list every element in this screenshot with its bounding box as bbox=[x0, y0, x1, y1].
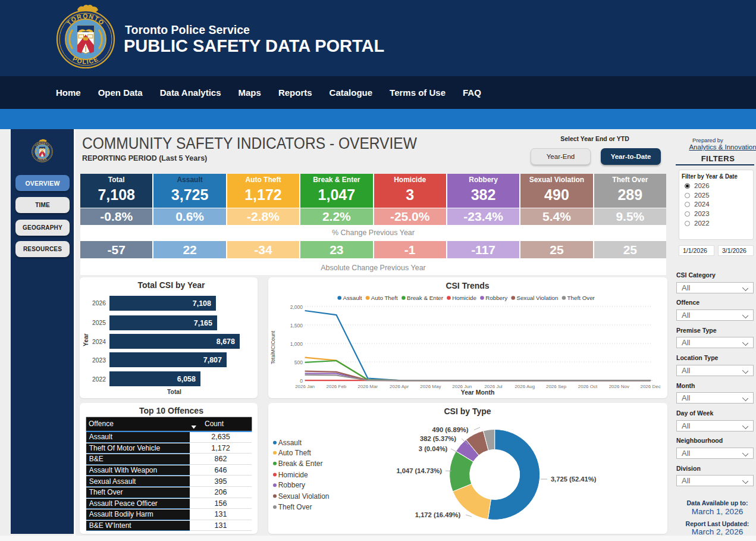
svg-text:2023: 2023 bbox=[92, 357, 106, 364]
svg-text:2026 Jan: 2026 Jan bbox=[295, 384, 315, 389]
svg-text:2026 Apr: 2026 Apr bbox=[390, 384, 409, 389]
svg-text:Offence: Offence bbox=[89, 420, 114, 428]
svg-text:2025: 2025 bbox=[92, 320, 106, 326]
svg-text:Count: Count bbox=[205, 420, 224, 428]
svg-text:2026 Mar: 2026 Mar bbox=[357, 384, 378, 389]
svg-text:7,108: 7,108 bbox=[193, 299, 211, 308]
svg-text:Break & Enter: Break & Enter bbox=[278, 459, 323, 468]
svg-text:7,807: 7,807 bbox=[203, 356, 222, 364]
svg-text:CSI Trends: CSI Trends bbox=[446, 281, 489, 290]
svg-text:Robbery: Robbery bbox=[485, 295, 507, 301]
svg-text:2026 Aug: 2026 Aug bbox=[515, 384, 535, 389]
svg-text:2026 Dec: 2026 Dec bbox=[640, 384, 660, 389]
svg-text:Sexual Violation: Sexual Violation bbox=[516, 295, 558, 301]
svg-text:2026: 2026 bbox=[92, 300, 106, 307]
svg-text:Auto Theft: Auto Theft bbox=[278, 449, 312, 457]
svg-text:Assault: Assault bbox=[343, 295, 362, 301]
svg-text:Theft Over: Theft Over bbox=[278, 503, 312, 511]
svg-text:1,047 (14.73%): 1,047 (14.73%) bbox=[396, 467, 442, 474]
svg-text:Robbery: Robbery bbox=[278, 481, 305, 489]
svg-text:Auto Theft: Auto Theft bbox=[371, 295, 398, 301]
svg-text:Total: Total bbox=[167, 389, 181, 395]
svg-text:500: 500 bbox=[294, 359, 303, 365]
svg-text:6,058: 6,058 bbox=[177, 375, 196, 383]
svg-text:Year Month: Year Month bbox=[461, 389, 495, 396]
svg-text:2024: 2024 bbox=[92, 339, 106, 345]
svg-text:2022: 2022 bbox=[92, 376, 106, 383]
svg-text:490 (6.89%): 490 (6.89%) bbox=[432, 426, 469, 433]
svg-text:TotalMCICount: TotalMCICount bbox=[270, 330, 276, 364]
svg-text:Homicide: Homicide bbox=[278, 471, 308, 479]
svg-text:0: 0 bbox=[300, 378, 303, 384]
svg-text:382 (5.37%): 382 (5.37%) bbox=[420, 435, 456, 442]
svg-text:Top 10 Offences: Top 10 Offences bbox=[139, 406, 203, 415]
svg-text:1,500: 1,500 bbox=[290, 323, 303, 329]
svg-text:1,172 (16.49%): 1,172 (16.49%) bbox=[415, 511, 461, 518]
svg-text:3,725 (52.41%): 3,725 (52.41%) bbox=[551, 476, 597, 483]
svg-text:3 (0.04%): 3 (0.04%) bbox=[419, 445, 448, 452]
svg-text:Total CSI by Year: Total CSI by Year bbox=[137, 280, 205, 290]
svg-text:2026 Nov: 2026 Nov bbox=[609, 384, 629, 389]
svg-text:7,165: 7,165 bbox=[194, 319, 212, 327]
svg-text:Theft Over: Theft Over bbox=[567, 295, 595, 301]
svg-text:Assault: Assault bbox=[278, 439, 302, 447]
svg-text:2026 Oct: 2026 Oct bbox=[578, 384, 598, 389]
svg-text:2026 Sep: 2026 Sep bbox=[546, 384, 567, 389]
svg-text:Sexual Violation: Sexual Violation bbox=[278, 492, 330, 501]
svg-text:Break & Enter: Break & Enter bbox=[407, 295, 444, 301]
svg-text:Homicide: Homicide bbox=[452, 295, 476, 301]
svg-text:2026 May: 2026 May bbox=[420, 384, 441, 389]
svg-text:8,678: 8,678 bbox=[217, 337, 235, 346]
svg-text:Year: Year bbox=[83, 333, 89, 346]
svg-text:1,000: 1,000 bbox=[290, 341, 303, 347]
svg-text:2,000: 2,000 bbox=[290, 304, 303, 310]
svg-text:CSI by Type: CSI by Type bbox=[444, 406, 491, 416]
svg-text:2026 Feb: 2026 Feb bbox=[326, 384, 346, 389]
